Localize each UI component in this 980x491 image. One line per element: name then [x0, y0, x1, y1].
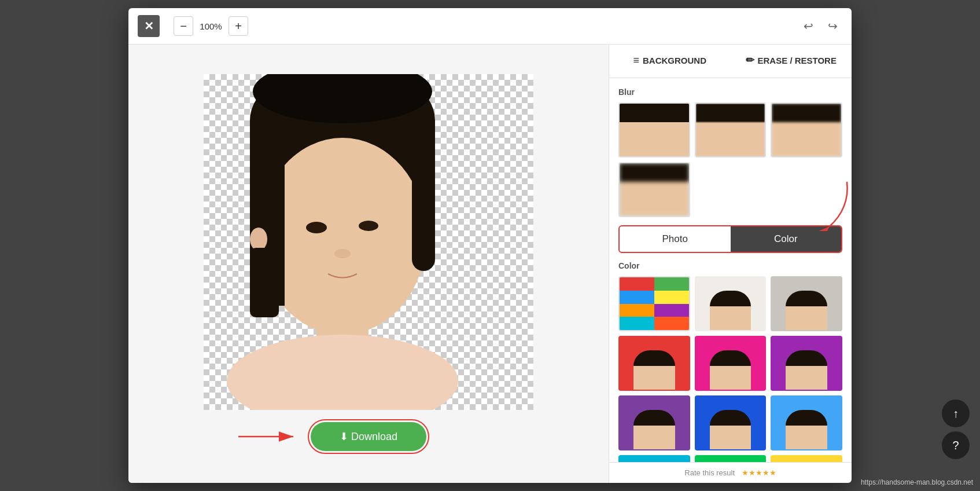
svg-rect-12: [250, 248, 279, 317]
toggle-arrow: [818, 179, 852, 231]
tab-erase-restore[interactable]: ✏ ERASE / RESTORE: [731, 45, 852, 78]
swatch-blue[interactable]: [620, 291, 654, 304]
right-panel: ≡ BACKGROUND ✏ ERASE / RESTORE Blur: [609, 45, 852, 483]
portrait-green-bg[interactable]: [695, 455, 767, 462]
zoom-controls: − 100% +: [174, 16, 248, 36]
photo-color-section: Photo Color: [618, 225, 842, 253]
help-button[interactable]: ?: [942, 431, 970, 459]
portrait-teal-bg[interactable]: [618, 455, 690, 462]
zoom-out-button[interactable]: −: [174, 16, 193, 36]
portrait-purple2-bg[interactable]: [618, 395, 690, 450]
modal-body: ⬇ Download: [128, 45, 852, 483]
stars[interactable]: ★★★★★: [742, 468, 776, 477]
undo-redo-controls: ↩ ↪: [798, 16, 842, 36]
svg-point-7: [306, 222, 327, 233]
modal-overlay: ✕ − 100% + ↩ ↪: [0, 0, 980, 491]
photo-toggle-option[interactable]: Photo: [620, 226, 731, 252]
swatch-yellow[interactable]: [654, 291, 689, 304]
tab-bar: ≡ BACKGROUND ✏ ERASE / RESTORE: [609, 45, 852, 78]
portrait-purple-bg[interactable]: [771, 336, 842, 391]
zoom-in-button[interactable]: +: [229, 16, 248, 36]
svg-rect-6: [412, 144, 435, 271]
swatch-red[interactable]: [620, 277, 654, 291]
svg-point-10: [250, 228, 267, 251]
tab-background[interactable]: ≡ BACKGROUND: [609, 45, 731, 78]
canvas-area: ⬇ Download: [128, 45, 609, 483]
svg-point-8: [359, 221, 378, 231]
blur-thumb-3[interactable]: [618, 162, 690, 217]
swatch-cyan[interactable]: [620, 317, 654, 330]
close-button[interactable]: ✕: [138, 15, 160, 37]
blur-thumbs-grid: [618, 102, 842, 217]
portrait-red-bg[interactable]: [618, 336, 690, 391]
color-row-0: [618, 276, 842, 331]
url-bar: https://handsome-man.blog.csdn.net: [861, 478, 973, 486]
portrait-lightblue-bg[interactable]: [771, 395, 842, 450]
svg-point-4: [227, 335, 458, 410]
color-section-label: Color: [618, 261, 842, 270]
portrait-blue-bg[interactable]: [695, 395, 767, 450]
portrait-light-bg[interactable]: [695, 276, 767, 331]
download-button-wrapper: ⬇ Download: [308, 419, 429, 454]
download-arrow: [233, 425, 302, 448]
svg-point-9: [334, 249, 351, 258]
portrait-svg: [204, 74, 533, 410]
color-swatch-thumb[interactable]: [618, 276, 690, 331]
color-row-3: [618, 455, 842, 462]
zoom-value: 100%: [198, 21, 224, 31]
scroll-up-button[interactable]: ↑: [942, 400, 970, 427]
blur-thumb-1[interactable]: [695, 102, 767, 157]
swatch-purple[interactable]: [654, 304, 689, 317]
portrait-pink-bg[interactable]: [695, 336, 767, 391]
image-container: [204, 74, 533, 410]
color-row-1: [618, 336, 842, 391]
blur-thumb-0[interactable]: [618, 102, 690, 157]
modal: ✕ − 100% + ↩ ↪: [128, 8, 852, 483]
blur-thumb-2[interactable]: [771, 102, 842, 157]
portrait-darker-light-bg[interactable]: [771, 276, 842, 331]
redo-button[interactable]: ↪: [823, 16, 842, 36]
panel-content: Blur: [609, 78, 852, 462]
modal-header: ✕ − 100% + ↩ ↪: [128, 8, 852, 45]
rate-bar: Rate this result ★★★★★: [609, 462, 852, 483]
swatch-deep-orange[interactable]: [654, 317, 689, 330]
layers-icon: ≡: [633, 54, 639, 67]
swatch-green[interactable]: [654, 277, 689, 291]
pencil-icon: ✏: [746, 54, 754, 67]
photo-color-toggle: Photo Color: [618, 225, 842, 253]
swatch-orange[interactable]: [620, 304, 654, 317]
undo-button[interactable]: ↩: [798, 16, 818, 36]
portrait-yellow-bg[interactable]: [771, 455, 842, 462]
download-area: ⬇ Download: [308, 419, 429, 454]
blur-section-label: Blur: [618, 87, 842, 97]
download-button[interactable]: ⬇ Download: [311, 422, 426, 451]
color-row-2: [618, 395, 842, 450]
